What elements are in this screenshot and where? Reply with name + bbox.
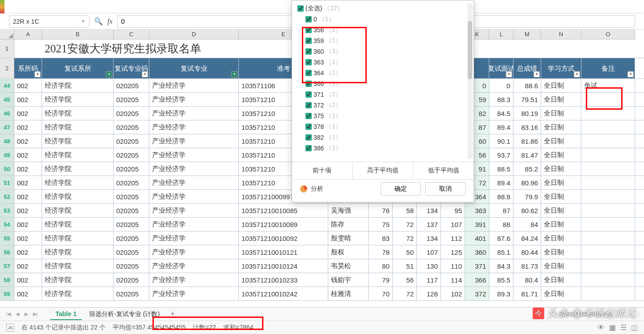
cell-M[interactable]: 80.62 <box>513 204 541 217</box>
filter-icon[interactable]: ▾ <box>506 71 512 77</box>
cell-C[interactable]: 020205 <box>114 218 149 231</box>
cell-B[interactable]: 经济学院 <box>42 134 114 148</box>
filter-icon[interactable]: ▾ <box>34 71 41 77</box>
cell-E[interactable]: 103571210010121 <box>239 245 328 259</box>
cell-O[interactable]: 免试 <box>581 79 635 92</box>
filter-item[interactable]: 371（2） <box>305 89 469 100</box>
cell-A[interactable]: 002 <box>14 259 42 273</box>
cell-D[interactable]: 产业经济学 <box>149 204 239 217</box>
cell-C[interactable]: 020205 <box>114 259 149 273</box>
cell-I[interactable]: 134 <box>417 231 441 245</box>
cell-H[interactable]: 72 <box>393 218 417 231</box>
cell-M[interactable]: 84 <box>513 218 541 231</box>
cell-C[interactable]: 020205 <box>114 148 149 162</box>
cell-L[interactable]: 88.3 <box>489 93 513 106</box>
zoom-icon[interactable]: 🔍 <box>94 17 103 26</box>
cell-C[interactable]: 020205 <box>114 93 149 106</box>
filter-checkbox[interactable] <box>305 27 312 33</box>
cell-D[interactable]: 产业经济学 <box>149 259 239 273</box>
filter-item[interactable]: 363（1） <box>305 57 469 68</box>
cell-N[interactable]: 全日制 <box>541 245 581 259</box>
cell-O[interactable] <box>581 259 635 273</box>
cell-C[interactable]: 020205 <box>114 231 149 245</box>
filter-checkbox[interactable] <box>305 91 312 98</box>
cell-G[interactable]: 70 <box>369 287 393 300</box>
cell-F[interactable]: 桂雅清 <box>328 287 369 300</box>
cell-H[interactable]: 56 <box>393 273 417 287</box>
filter-checkbox[interactable] <box>305 59 312 65</box>
cell-G[interactable]: 80 <box>369 259 393 273</box>
cell-D[interactable]: 产业经济学 <box>149 231 239 245</box>
cell-B[interactable]: 经济学院 <box>42 259 114 273</box>
cell-J[interactable]: 107 <box>441 218 465 231</box>
th-majcode[interactable]: 复试专业码▾ <box>114 58 149 78</box>
filter-item[interactable]: 359（1） <box>305 35 469 46</box>
cell-O[interactable] <box>581 120 635 134</box>
col-header-A[interactable]: A <box>14 30 42 39</box>
filter-checkbox[interactable] <box>305 81 312 87</box>
cell-N[interactable]: 全日制 <box>541 259 581 273</box>
sheet-tab-active[interactable]: Table 1 <box>50 308 82 320</box>
row-header[interactable]: 55 <box>0 231 14 245</box>
title-cell[interactable] <box>14 39 42 58</box>
filter-item[interactable]: 360（3） <box>305 46 469 57</box>
filter-checkbox[interactable] <box>305 38 312 44</box>
cell-K[interactable]: 391 <box>465 218 489 231</box>
cell-A[interactable]: 002 <box>14 204 42 217</box>
col-header-D[interactable]: D <box>149 30 239 39</box>
cell-J[interactable]: 125 <box>441 245 465 259</box>
cell-A[interactable]: 002 <box>14 148 42 162</box>
cell-O[interactable] <box>581 162 635 176</box>
cell-E[interactable]: 103571210010242 <box>239 287 328 300</box>
sheet-nav-prev-icon[interactable]: ◀ <box>13 310 21 318</box>
filter-item[interactable]: 386（1） <box>305 143 469 154</box>
cell-O[interactable] <box>581 287 635 300</box>
cell-J[interactable]: 95 <box>441 204 465 217</box>
cell-C[interactable]: 020205 <box>114 204 149 217</box>
cell-F[interactable]: 吴海强 <box>328 204 369 217</box>
cell-C[interactable]: 020205 <box>114 273 149 287</box>
filter-item[interactable]: 366（1） <box>305 78 469 89</box>
filter-checkbox[interactable] <box>305 16 312 22</box>
cell-L[interactable]: 89.4 <box>489 176 513 189</box>
filter-item[interactable]: 0（1） <box>305 14 469 25</box>
name-box[interactable]: 22R x 1C ▼ <box>9 15 89 28</box>
eye-icon[interactable]: 👁 <box>597 324 605 332</box>
cell-L[interactable]: 93.7 <box>489 148 513 162</box>
cell-C[interactable]: 020205 <box>114 162 149 176</box>
cell-L[interactable]: 88 <box>489 218 513 231</box>
cell-G[interactable]: 78 <box>369 245 393 259</box>
cell-O[interactable] <box>581 134 635 148</box>
cell-K[interactable]: 372 <box>465 287 489 300</box>
row-header[interactable]: 57 <box>0 259 14 273</box>
filter-icon[interactable]: ▾ <box>534 71 540 77</box>
col-header-M[interactable]: M <box>513 30 541 39</box>
cell-E[interactable]: 103571210010092 <box>239 231 328 245</box>
row-header[interactable]: 54 <box>0 218 14 231</box>
filter-checkbox[interactable] <box>305 70 312 76</box>
cell-L[interactable]: 89.4 <box>489 120 513 134</box>
cell-N[interactable]: 全日制 <box>541 93 581 106</box>
sheet-nav-first-icon[interactable]: |◀ <box>4 310 13 318</box>
cell-H[interactable]: 51 <box>393 259 417 273</box>
filter-scrollbar[interactable] <box>467 3 473 159</box>
cell-M[interactable]: 80.96 <box>513 176 541 189</box>
cell-B[interactable]: 经济学院 <box>42 245 114 259</box>
page-icon[interactable]: ◫ <box>631 323 638 332</box>
cell-J[interactable]: 112 <box>441 231 465 245</box>
cell-N[interactable]: 全日制 <box>541 218 581 231</box>
cell-M[interactable]: 80.44 <box>513 245 541 259</box>
filter-checkbox[interactable] <box>305 102 312 108</box>
cell-D[interactable]: 产业经济学 <box>149 107 239 120</box>
filter-icon[interactable]: ▾ <box>106 71 112 77</box>
filter-icon[interactable]: ▾ <box>627 71 634 77</box>
cell-L[interactable]: 88.8 <box>489 190 513 203</box>
cell-H[interactable]: 72 <box>393 287 417 300</box>
cell-G[interactable]: 83 <box>369 231 393 245</box>
cell-C[interactable]: 020205 <box>114 176 149 189</box>
filter-checkbox[interactable] <box>305 124 312 130</box>
cell-C[interactable]: 020205 <box>114 245 149 259</box>
cell-M[interactable]: 79.9 <box>513 190 541 203</box>
cell-B[interactable]: 经济学院 <box>42 204 114 217</box>
cell-A[interactable]: 002 <box>14 162 42 176</box>
